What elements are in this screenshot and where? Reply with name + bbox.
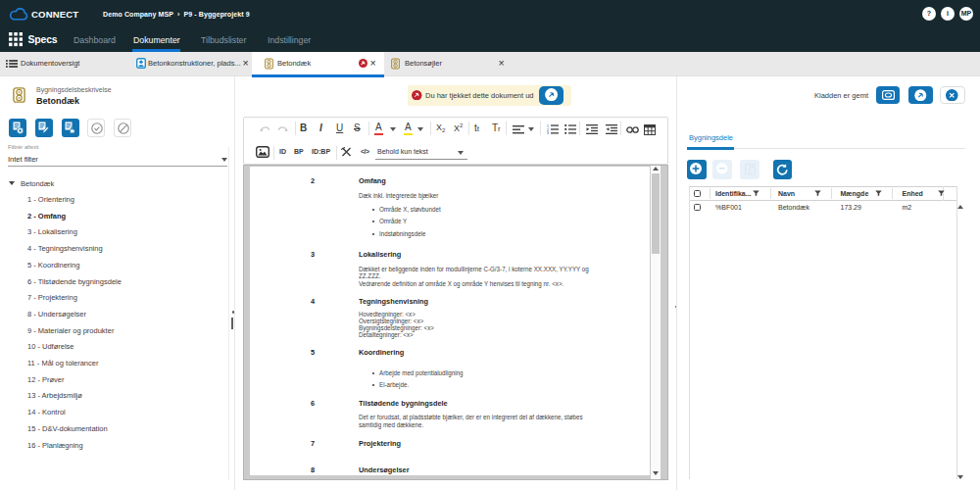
svg-text:3: 3 xyxy=(547,131,549,134)
